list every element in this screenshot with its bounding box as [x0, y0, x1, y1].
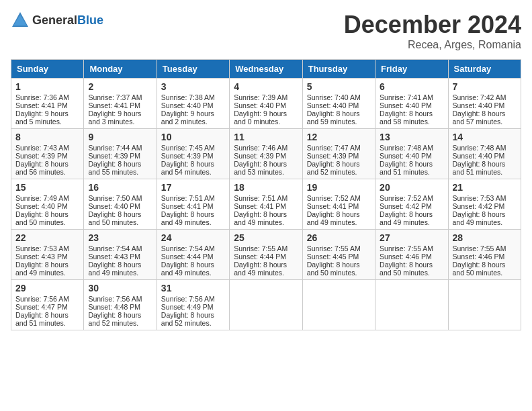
day-header-saturday: Saturday: [448, 60, 521, 79]
sunset-text: Sunset: 4:40 PM: [88, 202, 152, 210]
daylight-text: Daylight: 8 hours and 52 minutes.: [161, 311, 225, 327]
calendar-cell: 3Sunrise: 7:38 AMSunset: 4:40 PMDaylight…: [157, 79, 229, 129]
day-number: 4: [234, 81, 298, 92]
sunrise-text: Sunrise: 7:45 AM: [161, 144, 225, 152]
daylight-text: Daylight: 8 hours and 57 minutes.: [453, 109, 517, 126]
sunrise-text: Sunrise: 7:55 AM: [380, 244, 443, 253]
calendar-cell: 30Sunrise: 7:56 AMSunset: 4:48 PMDayligh…: [84, 280, 157, 330]
sunrise-text: Sunrise: 7:50 AM: [88, 194, 152, 202]
calendar-cell: 29Sunrise: 7:56 AMSunset: 4:47 PMDayligh…: [11, 280, 84, 330]
sunset-text: Sunset: 4:45 PM: [307, 253, 371, 261]
sunset-text: Sunset: 4:40 PM: [307, 101, 371, 109]
sunset-text: Sunset: 4:40 PM: [380, 152, 443, 160]
day-number: 1: [15, 81, 79, 92]
daylight-text: Daylight: 8 hours and 55 minutes.: [88, 160, 152, 176]
daylight-text: Daylight: 8 hours and 50 minutes.: [380, 261, 443, 277]
day-number: 11: [234, 132, 298, 142]
day-header-tuesday: Tuesday: [157, 60, 229, 79]
sunrise-text: Sunrise: 7:51 AM: [234, 194, 298, 202]
day-number: 31: [161, 283, 225, 293]
sunrise-text: Sunrise: 7:56 AM: [88, 295, 152, 303]
daylight-text: Daylight: 8 hours and 49 minutes.: [307, 210, 371, 226]
sunrise-text: Sunrise: 7:53 AM: [15, 244, 79, 253]
sunrise-text: Sunrise: 7:39 AM: [234, 93, 298, 101]
sunrise-text: Sunrise: 7:56 AM: [161, 295, 225, 303]
day-header-wednesday: Wednesday: [230, 60, 302, 79]
day-number: 19: [307, 182, 371, 193]
day-number: 6: [380, 81, 443, 92]
sunset-text: Sunset: 4:49 PM: [161, 303, 225, 311]
calendar-week-4: 22Sunrise: 7:53 AMSunset: 4:43 PMDayligh…: [11, 230, 521, 280]
sunrise-text: Sunrise: 7:55 AM: [234, 244, 298, 253]
sunset-text: Sunset: 4:43 PM: [15, 253, 79, 261]
sunrise-text: Sunrise: 7:55 AM: [453, 244, 517, 253]
calendar-cell: 25Sunrise: 7:55 AMSunset: 4:44 PMDayligh…: [230, 230, 302, 280]
calendar-cell: 27Sunrise: 7:55 AMSunset: 4:46 PMDayligh…: [375, 230, 448, 280]
sunset-text: Sunset: 4:41 PM: [161, 202, 225, 210]
sunrise-text: Sunrise: 7:40 AM: [307, 93, 371, 101]
calendar-cell: 15Sunrise: 7:49 AMSunset: 4:40 PMDayligh…: [11, 179, 84, 230]
sunrise-text: Sunrise: 7:42 AM: [453, 93, 517, 101]
title-block: December 2024 Recea, Arges, Romania: [344, 11, 521, 51]
daylight-text: Daylight: 9 hours and 0 minutes.: [234, 109, 298, 126]
calendar-cell: 7Sunrise: 7:42 AMSunset: 4:40 PMDaylight…: [448, 79, 521, 129]
sunrise-text: Sunrise: 7:48 AM: [453, 144, 517, 152]
daylight-text: Daylight: 8 hours and 50 minutes.: [453, 261, 517, 277]
calendar-cell: 6Sunrise: 7:41 AMSunset: 4:40 PMDaylight…: [375, 79, 448, 129]
daylight-text: Daylight: 8 hours and 49 minutes.: [161, 210, 225, 226]
sunset-text: Sunset: 4:44 PM: [161, 253, 225, 261]
day-number: 13: [380, 132, 443, 142]
sunset-text: Sunset: 4:46 PM: [453, 253, 517, 261]
daylight-text: Daylight: 8 hours and 49 minutes.: [88, 261, 152, 277]
calendar-cell: 17Sunrise: 7:51 AMSunset: 4:41 PMDayligh…: [157, 179, 229, 230]
logo-icon: [11, 11, 30, 30]
daylight-text: Daylight: 8 hours and 52 minutes.: [307, 160, 371, 176]
sunset-text: Sunset: 4:48 PM: [88, 303, 152, 311]
sunrise-text: Sunrise: 7:51 AM: [161, 194, 225, 202]
day-number: 27: [380, 232, 443, 243]
day-header-sunday: Sunday: [11, 60, 84, 79]
day-number: 15: [15, 182, 79, 193]
sunrise-text: Sunrise: 7:46 AM: [234, 144, 298, 152]
day-number: 22: [15, 232, 79, 243]
calendar-week-3: 15Sunrise: 7:49 AMSunset: 4:40 PMDayligh…: [11, 179, 521, 230]
calendar-cell: 23Sunrise: 7:54 AMSunset: 4:43 PMDayligh…: [84, 230, 157, 280]
calendar-cell: 10Sunrise: 7:45 AMSunset: 4:39 PMDayligh…: [157, 129, 229, 179]
day-number: 12: [307, 132, 371, 142]
day-number: 16: [88, 182, 152, 193]
sunrise-text: Sunrise: 7:36 AM: [15, 93, 79, 101]
calendar-cell: 13Sunrise: 7:48 AMSunset: 4:40 PMDayligh…: [375, 129, 448, 179]
day-number: 5: [307, 81, 371, 92]
calendar-cell: [448, 280, 521, 330]
daylight-text: Daylight: 8 hours and 56 minutes.: [15, 160, 79, 176]
sunrise-text: Sunrise: 7:52 AM: [307, 194, 371, 202]
day-number: 21: [453, 182, 517, 193]
day-header-thursday: Thursday: [302, 60, 375, 79]
day-number: 10: [161, 132, 225, 142]
calendar-cell: 2Sunrise: 7:37 AMSunset: 4:41 PMDaylight…: [84, 79, 157, 129]
calendar-cell: 8Sunrise: 7:43 AMSunset: 4:39 PMDaylight…: [11, 129, 84, 179]
calendar-cell: [375, 280, 448, 330]
sunset-text: Sunset: 4:40 PM: [453, 101, 517, 109]
daylight-text: Daylight: 8 hours and 49 minutes.: [234, 210, 298, 226]
sunrise-text: Sunrise: 7:54 AM: [88, 244, 152, 253]
sunrise-text: Sunrise: 7:43 AM: [15, 144, 79, 152]
daylight-text: Daylight: 8 hours and 51 minutes.: [453, 160, 517, 176]
day-number: 8: [15, 132, 79, 142]
sunrise-text: Sunrise: 7:41 AM: [380, 93, 443, 101]
sunrise-text: Sunrise: 7:54 AM: [161, 244, 225, 253]
daylight-text: Daylight: 8 hours and 52 minutes.: [88, 311, 152, 327]
calendar-cell: 19Sunrise: 7:52 AMSunset: 4:41 PMDayligh…: [302, 179, 375, 230]
calendar-cell: 9Sunrise: 7:44 AMSunset: 4:39 PMDaylight…: [84, 129, 157, 179]
sunset-text: Sunset: 4:39 PM: [161, 152, 225, 160]
calendar-header-row: SundayMondayTuesdayWednesdayThursdayFrid…: [11, 60, 521, 79]
day-number: 25: [234, 232, 298, 243]
daylight-text: Daylight: 8 hours and 51 minutes.: [380, 160, 443, 176]
sunset-text: Sunset: 4:39 PM: [88, 152, 152, 160]
sunrise-text: Sunrise: 7:37 AM: [88, 93, 152, 101]
sunset-text: Sunset: 4:41 PM: [307, 202, 371, 210]
calendar-cell: 12Sunrise: 7:47 AMSunset: 4:39 PMDayligh…: [302, 129, 375, 179]
day-number: 14: [453, 132, 517, 142]
logo-text: GeneralBlue: [32, 13, 103, 28]
calendar-cell: 16Sunrise: 7:50 AMSunset: 4:40 PMDayligh…: [84, 179, 157, 230]
